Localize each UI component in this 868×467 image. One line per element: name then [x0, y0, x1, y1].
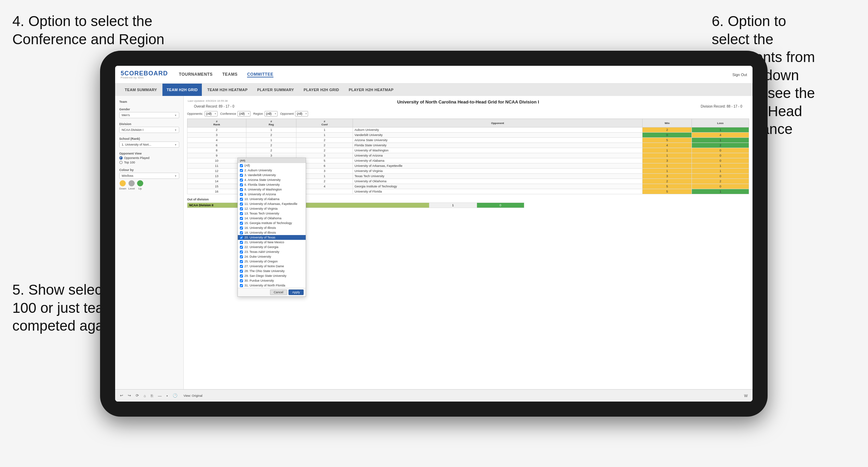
dropdown-item[interactable]: 18. University of Illinois	[238, 230, 306, 235]
table-header-row: #Rank #Rag #Conf Opponent Win Loss	[187, 119, 749, 127]
sub-nav-team-h2h-heatmap[interactable]: TEAM H2H HEATMAP	[203, 84, 252, 96]
sub-nav-team-h2h-grid[interactable]: TEAM H2H GRID	[162, 84, 202, 96]
zoom-w: W	[743, 393, 749, 398]
th-win: Win	[643, 119, 692, 127]
cell-opponent: University of Alabama	[353, 158, 643, 163]
cell-win: 5	[643, 189, 692, 194]
table-area: Last Updated: 4/9/2024 16:55:38 Universi…	[184, 96, 753, 389]
undo-button[interactable]: ↩	[119, 393, 124, 398]
cell-win: 5	[643, 138, 692, 143]
dropdown-item[interactable]: (All)	[238, 163, 306, 168]
cell-win: 3	[643, 158, 692, 163]
cell-opponent: Texas Tech University	[353, 174, 643, 179]
region-select-wrap: (All)	[265, 111, 278, 116]
dropdown-item[interactable]: 21. University of New Mexico	[238, 240, 306, 245]
cell-opponent: University of Florida	[353, 189, 643, 194]
home-button[interactable]: ⌂	[142, 393, 147, 398]
dropdown-item[interactable]: 24. Duke University	[238, 254, 306, 259]
logo: 5COREBOARD Powered by iDoc	[121, 70, 168, 79]
sidebar-school-field[interactable]: 1. University of Nort... ▼	[119, 142, 179, 148]
dot-button[interactable]: •	[165, 393, 169, 398]
dropdown-item[interactable]: 12. University of Virginia	[238, 206, 306, 211]
cell-opponent: Auburn University	[353, 127, 643, 133]
dropdown-item[interactable]: 2. Auburn University	[238, 168, 306, 173]
dropdown-item[interactable]: 15. Georgia Institute of Technology	[238, 221, 306, 225]
sidebar-division-field[interactable]: NCAA Division I ▼	[119, 127, 179, 133]
dropdown-item[interactable]: 14. University of Oklahoma	[238, 216, 306, 221]
dropdown-item[interactable]: 13. Texas Tech University	[238, 211, 306, 216]
colour-circle-level	[129, 180, 135, 186]
colour-level: Level	[128, 180, 135, 190]
dropdown-item[interactable]: 23. Texas A&M University	[238, 249, 306, 254]
dropdown-item[interactable]: 22. University of Georgia	[238, 245, 306, 249]
nav-items: TOURNAMENTS TEAMS COMMITTEE	[179, 72, 445, 77]
chevron-down-icon-2: ▼	[174, 129, 177, 131]
tablet-screen: 5COREBOARD Powered by iDoc TOURNAMENTS T…	[115, 66, 753, 402]
filter-row: Opponents: (All) Conference (All)	[187, 111, 749, 116]
nav-signout[interactable]: Sign Out	[732, 73, 747, 77]
chevron-down-icon-4: ▼	[174, 175, 177, 177]
report-title: University of North Carolina Head-to-Hea…	[187, 99, 749, 105]
radio-dot-2	[119, 161, 123, 164]
dropdown-item[interactable]: 20. University of Texas	[238, 235, 306, 240]
cell-conf: 1	[296, 133, 353, 138]
dropdown-item[interactable]: 30. Purdue University	[238, 278, 306, 283]
nav-committee[interactable]: COMMITTEE	[247, 72, 273, 77]
copy-button[interactable]: ⎘	[149, 393, 155, 398]
opponent-select[interactable]: (All)	[295, 111, 308, 116]
filter-opponent-group: Opponent (All) (All) (All)2. Auburn Univ…	[280, 111, 308, 116]
radio-opponents-played[interactable]: Opponents Played	[119, 156, 179, 160]
redo-button[interactable]: ↪	[126, 393, 132, 398]
cell-rag: 1	[246, 138, 296, 143]
th-loss: Loss	[692, 119, 749, 127]
cell-loss: 1	[692, 138, 749, 143]
radio-top100[interactable]: Top 100	[119, 161, 179, 164]
sub-nav-team-summary[interactable]: TEAM SUMMARY	[121, 84, 161, 96]
dropdown-item[interactable]: 16. University of Illinois	[238, 225, 306, 230]
dropdown-item[interactable]: 27. University of Notre Dame	[238, 264, 306, 269]
colour-by-label: Colour by	[119, 168, 179, 172]
nav-teams[interactable]: TEAMS	[222, 72, 238, 77]
dropdown-item[interactable]: 8. University of Washington	[238, 187, 306, 192]
cell-loss: 0	[692, 158, 749, 163]
cell-rank: 6	[187, 143, 246, 148]
sub-nav-player-summary[interactable]: PLAYER SUMMARY	[253, 84, 298, 96]
opponent-select-wrap: (All)	[295, 111, 308, 116]
dropdown-item[interactable]: 31. University of North Florida	[238, 283, 306, 288]
dropdown-item[interactable]: 29. San Diego State University	[238, 273, 306, 278]
division-loss: 0	[477, 203, 524, 208]
dropdown-item[interactable]: 25. University of Oregon	[238, 259, 306, 264]
cell-rag: 2	[246, 148, 296, 153]
colour-by-field[interactable]: Win/loss ▼	[119, 173, 179, 179]
colour-circle-up	[137, 180, 143, 186]
sub-nav: TEAM SUMMARY TEAM H2H GRID TEAM H2H HEAT…	[115, 84, 753, 96]
dropdown-item[interactable]: 4. Arizona State University	[238, 177, 306, 182]
dropdown-item[interactable]: 9. University of Arizona	[238, 192, 306, 197]
sub-nav-player-h2h-heatmap[interactable]: PLAYER H2H HEATMAP	[345, 84, 398, 96]
cancel-button[interactable]: Cancel	[270, 290, 287, 295]
cell-win: 2	[643, 179, 692, 184]
dropdown-item[interactable]: 11. University of Arkansas, Fayetteville	[238, 201, 306, 206]
annotation-1: 4. Option to select the Conference and R…	[12, 12, 184, 48]
colour-boxes: Down Level Up	[119, 180, 179, 190]
sub-nav-player-h2h-grid[interactable]: PLAYER H2H GRID	[299, 84, 343, 96]
nav-tournaments[interactable]: TOURNAMENTS	[179, 72, 213, 77]
refresh-button[interactable]: ⟳	[134, 393, 140, 398]
apply-button[interactable]: Apply	[289, 290, 304, 295]
opponents-select[interactable]: (All)	[205, 111, 218, 116]
cell-conf: 2	[296, 148, 353, 153]
cell-rag: 2	[246, 143, 296, 148]
region-select[interactable]: (All)	[265, 111, 278, 116]
cell-win: 0	[643, 133, 692, 138]
opponent-view-section: Opponent View Opponents Played Top 100	[119, 152, 179, 164]
conference-select[interactable]: (All)	[237, 111, 250, 116]
dash-button[interactable]: —	[157, 393, 163, 398]
th-opponent: Opponent	[353, 119, 643, 127]
clock-button[interactable]: 🕐	[171, 393, 179, 398]
sidebar-gender-field[interactable]: Men's ▼	[119, 112, 179, 118]
dropdown-item[interactable]: 10. University of Alabama	[238, 197, 306, 201]
th-rag: #Rag	[246, 119, 296, 127]
dropdown-item[interactable]: 6. Florida State University	[238, 182, 306, 187]
dropdown-item[interactable]: 3. Vanderbilt University	[238, 173, 306, 177]
dropdown-item[interactable]: 28. The Ohio State University	[238, 269, 306, 273]
